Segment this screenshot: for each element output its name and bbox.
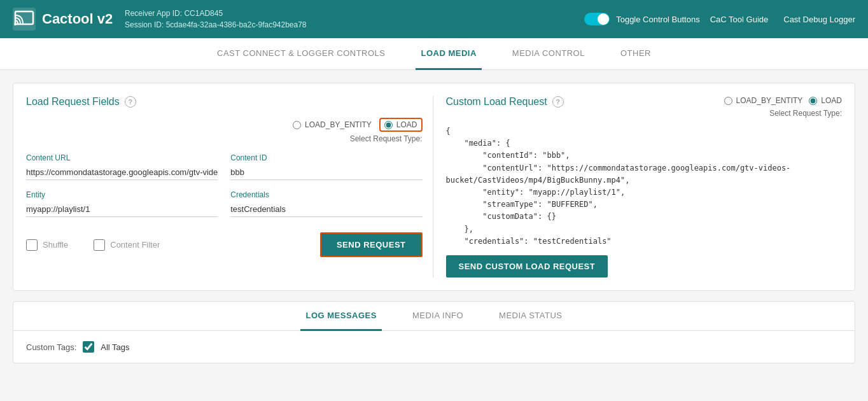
credentials-input[interactable] [230, 202, 422, 217]
right-select-request-label: Select Request Type: [769, 109, 842, 118]
radio-load[interactable] [384, 121, 393, 129]
tab-media-info[interactable]: MEDIA INFO [407, 302, 468, 331]
load-request-panel: Load Request Fields ? LOAD_BY_ENTITY LOA… [26, 96, 433, 278]
entity-field: Entity [26, 190, 218, 217]
all-tags-checkbox[interactable] [83, 341, 94, 353]
main-nav: CAST CONNECT & LOGGER CONTROLS LOAD MEDI… [0, 38, 868, 70]
checkboxes-row: Shuffle Content Filter [26, 239, 160, 251]
app-logo: Cactool v2 [13, 8, 115, 31]
right-radio-load[interactable] [809, 97, 817, 105]
custom-load-panel: Custom Load Request ? LOAD_BY_ENTITY LOA… [433, 96, 843, 278]
tab-media-control[interactable]: MEDIA CONTROL [507, 38, 590, 70]
right-radio-row: LOAD_BY_ENTITY LOAD [724, 96, 842, 105]
tab-log-messages[interactable]: LOG MESSAGES [300, 302, 381, 331]
custom-tags-row: Custom Tags: All Tags [13, 331, 855, 363]
cast-logo-icon [13, 8, 36, 31]
bottom-section: LOG MESSAGES MEDIA INFO MEDIA STATUS Cus… [13, 301, 855, 363]
session-id: Session ID: 5cdae4fa-32aa-4386-ba2c-9fac… [125, 19, 574, 31]
content-id-field: Content ID [230, 153, 422, 180]
custom-load-help-icon[interactable]: ? [552, 96, 564, 108]
content-url-input[interactable] [26, 165, 218, 180]
bottom-nav: LOG MESSAGES MEDIA INFO MEDIA STATUS [13, 302, 855, 331]
content-id-input[interactable] [230, 165, 422, 180]
select-request-type-label: Select Request Type: [26, 134, 423, 143]
entity-credentials-row: Entity Credentials [26, 190, 423, 217]
json-display: { "media": { "contentId": "bbb", "conten… [446, 120, 843, 248]
send-custom-load-button[interactable]: SEND CUSTOM LOAD REQUEST [446, 255, 608, 278]
send-request-button[interactable]: SEND REQUEST [320, 232, 423, 257]
all-tags-label: All Tags [101, 342, 129, 352]
custom-tags-label: Custom Tags: [26, 342, 76, 352]
svg-point-2 [14, 23, 17, 25]
toggle-area: Toggle Control Buttons [584, 13, 700, 25]
content-url-label: Content URL [26, 153, 218, 162]
right-radio-load-by-entity[interactable] [724, 97, 732, 105]
right-radio-load-label[interactable]: LOAD [809, 96, 842, 105]
shuffle-checkbox[interactable] [26, 239, 38, 251]
load-media-card: Load Request Fields ? LOAD_BY_ENTITY LOA… [13, 83, 855, 291]
shuffle-checkbox-label[interactable]: Shuffle [26, 239, 68, 251]
toggle-label: Toggle Control Buttons [616, 15, 700, 24]
receiver-app-id: Receiver App ID: CC1AD845 [125, 8, 574, 19]
content-filter-checkbox-label[interactable]: Content Filter [94, 239, 160, 251]
load-request-help-icon[interactable]: ? [125, 96, 136, 108]
radio-load-by-entity[interactable] [293, 121, 301, 129]
entity-label: Entity [26, 190, 218, 199]
header-links: CaC Tool Guide Cast Debug Logger [710, 15, 855, 24]
content-id-label: Content ID [230, 153, 422, 162]
entity-input[interactable] [26, 202, 218, 217]
content-url-id-row: Content URL Content ID [26, 153, 423, 180]
radio-load-label[interactable]: LOAD [379, 118, 423, 132]
cac-tool-guide-link[interactable]: CaC Tool Guide [710, 15, 769, 24]
content-url-field: Content URL [26, 153, 218, 180]
content-filter-label: Content Filter [110, 240, 160, 250]
tab-cast-connect[interactable]: CAST CONNECT & LOGGER CONTROLS [212, 38, 390, 70]
right-radio-load-by-entity-label[interactable]: LOAD_BY_ENTITY [724, 96, 803, 105]
header-info: Receiver App ID: CC1AD845 Session ID: 5c… [125, 8, 574, 31]
load-request-title: Load Request Fields ? [26, 96, 423, 108]
custom-load-title: Custom Load Request ? [446, 96, 564, 108]
cast-debug-logger-link[interactable]: Cast Debug Logger [783, 15, 855, 24]
tab-media-status[interactable]: MEDIA STATUS [494, 302, 567, 331]
credentials-label: Credentials [230, 190, 422, 199]
logo-text: Cactool v2 [42, 11, 113, 27]
credentials-field: Credentials [230, 190, 422, 217]
radio-load-by-entity-label[interactable]: LOAD_BY_ENTITY [293, 120, 372, 129]
app-header: Cactool v2 Receiver App ID: CC1AD845 Ses… [0, 0, 868, 38]
toggle-switch[interactable] [584, 13, 610, 25]
content-filter-checkbox[interactable] [94, 239, 105, 251]
shuffle-label: Shuffle [43, 240, 68, 250]
tab-other[interactable]: OTHER [615, 38, 656, 70]
main-content: Load Request Fields ? LOAD_BY_ENTITY LOA… [0, 70, 868, 376]
tab-load-media[interactable]: LOAD MEDIA [416, 38, 481, 70]
